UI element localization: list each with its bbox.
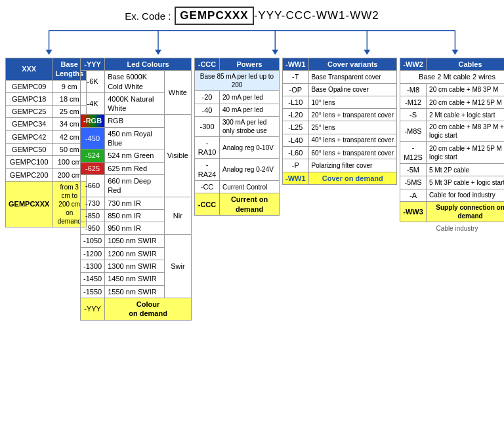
table-row: -OPBase Opaline cover xyxy=(283,83,397,96)
yyy-desc: 1300 nm SWIR xyxy=(105,260,165,273)
ccc-desc: 300 mA per led only strobe use xyxy=(220,116,280,136)
table-row: -L4040° lens + transparent cover xyxy=(283,134,397,146)
table-row: -10501050 nm SWIRSwir xyxy=(81,235,192,247)
ccc-desc: 20 mA per led xyxy=(220,91,280,104)
ccc-note: Base 85 mA per led up to 200 xyxy=(195,71,280,91)
xxx-last-code: GEMPCXXX xyxy=(6,181,52,227)
ww1-desc: Base Opaline cover xyxy=(308,83,396,96)
yyy-group: White xyxy=(164,71,191,115)
ww1-desc: 25° lens xyxy=(308,121,396,134)
table-row: GEMPC1818 cm xyxy=(6,92,87,105)
table-row: -YYYColouron demand xyxy=(81,298,192,320)
connector-area xyxy=(5,30,499,56)
ccc-code: -RA24 xyxy=(195,159,220,181)
xxx-code: GEMPC42 xyxy=(6,130,52,143)
ww2-desc: 2 Mt cable + logic start xyxy=(427,109,504,121)
yyy-desc: 1050 nm SWIR xyxy=(105,235,165,247)
table-row: -6KBase 6000K Cold WhiteWhite xyxy=(81,71,192,93)
table-row: -M820 cm cable + M8 3P M xyxy=(400,83,505,96)
ccc-col1-header: -CCC xyxy=(195,58,220,71)
table-row: -2020 mA per led xyxy=(195,91,280,104)
ccc-desc: Current Control xyxy=(220,181,280,193)
xxx-section: XXX Base Lengths GEMPC099 cmGEMPC1818 cm… xyxy=(5,58,77,227)
table-row: -WW3Supply connection on demand xyxy=(400,201,505,222)
ww1-code: -L10 xyxy=(283,96,309,108)
table-row: -WW1Cover on demand xyxy=(283,172,397,184)
ww2-base: Base 2 Mt cable 2 wires xyxy=(400,71,505,83)
table-row: GEMPC4242 cm xyxy=(6,130,87,143)
yyy-code: -1300 xyxy=(81,260,105,273)
table-row: -L2020° lens + transparent cover xyxy=(283,109,397,121)
yyy-code: -730 xyxy=(81,197,105,209)
table-row: -L6060° lens + transparent cover xyxy=(283,147,397,159)
yyy-code: -1200 xyxy=(81,247,105,260)
table-row: -ACable for food industry xyxy=(400,189,505,201)
yyy-code: -1050 xyxy=(81,235,105,247)
ccc-table: -CCC Powers Base 85 mA per led up to 200… xyxy=(194,58,280,216)
yyy-code: -524 xyxy=(81,149,105,162)
cable-industry-note: Cable industry xyxy=(400,225,504,232)
yyy-group: Visible xyxy=(164,115,191,197)
table-row: -RA10Analog reg 0-10V xyxy=(195,136,280,159)
table-row: -RGBRGBVisible xyxy=(81,115,192,127)
yyy-desc: 625 nm Red xyxy=(105,162,165,174)
ww2-code: -S xyxy=(400,109,427,121)
yyy-section: -YYY Led Colours -6KBase 6000K Cold Whit… xyxy=(80,58,192,321)
table-row: -M1220 cm cable + M12 5P M xyxy=(400,96,505,108)
table-row: GEMPC2525 cm xyxy=(6,106,87,118)
ww1-desc: 60° lens + transparent cover xyxy=(308,147,396,159)
yyy-code: -RGB xyxy=(81,115,105,127)
xxx-col1-header: XXX xyxy=(6,58,52,81)
yyy-code: -6K xyxy=(81,71,105,93)
ww2-code: -M12S xyxy=(400,142,427,164)
ex-code-label: Ex. Code : xyxy=(125,10,171,22)
ww2-table: -WW2 Cables Base 2 Mt cable 2 wires-M820… xyxy=(400,58,504,222)
table-row: -CCCCurrent on demand xyxy=(195,193,280,216)
ww1-table: -WW1 Cover variants -TBase Transparent c… xyxy=(282,58,397,185)
ww2-desc: 20 cm cable + M12 5P M + logic start xyxy=(427,142,504,164)
ww1-desc: 40° lens + transparent cover xyxy=(308,134,396,146)
ww2-desc: Cable for food industry xyxy=(427,189,504,201)
ww1-code: -L20 xyxy=(283,109,309,121)
ww2-last-desc: Supply connection on demand xyxy=(427,201,504,222)
yyy-code: -1550 xyxy=(81,285,105,298)
ww2-desc: 20 cm cable + M8 3P M + logic start xyxy=(427,121,504,142)
ccc-desc: 40 mA per led xyxy=(220,104,280,116)
ccc-code: -CC xyxy=(195,181,220,193)
yyy-desc: 1450 nm SWIR xyxy=(105,273,165,285)
table-row: GEMPC100100 cm xyxy=(6,156,87,168)
yyy-last-desc: Colouron demand xyxy=(105,298,192,320)
yyy-last-code: -YYY xyxy=(81,298,105,320)
ww1-code: -L60 xyxy=(283,147,309,159)
xxx-code: GEMPC18 xyxy=(6,92,52,105)
yyy-desc: 450 nm Royal Blue xyxy=(105,127,165,149)
connector-svg xyxy=(5,30,499,56)
ww1-desc: Base Transparent cover xyxy=(308,71,396,83)
xxx-code: GEMPC200 xyxy=(6,168,52,181)
ccc-code: -40 xyxy=(195,104,220,116)
code-header: Ex. Code : GEMPCXXX -YYY-CCC-WW1-WW2 xyxy=(5,7,499,25)
table-row: -4040 mA per led xyxy=(195,104,280,116)
table-row: -RA24Analog reg 0-24V xyxy=(195,159,280,181)
ww2-desc: 5 Mt 3P cable + logic start xyxy=(427,176,504,189)
table-row: -L1010° lens xyxy=(283,96,397,108)
ww1-last-code: -WW1 xyxy=(283,172,309,184)
yyy-group: Swir xyxy=(164,235,191,298)
yyy-table: -YYY Led Colours -6KBase 6000K Cold Whit… xyxy=(80,58,192,321)
yyy-desc: 660 nm Deep Red xyxy=(105,174,165,197)
svg-marker-3 xyxy=(155,50,161,55)
yyy-code: -660 xyxy=(81,174,105,197)
ww1-desc: 10° lens xyxy=(308,96,396,108)
table-row: -M12S20 cm cable + M12 5P M + logic star… xyxy=(400,142,505,164)
table-row: -CCCurrent Control xyxy=(195,181,280,193)
table-row: -730730 nm IRNir xyxy=(81,197,192,209)
ww2-last-code: -WW3 xyxy=(400,201,427,222)
table-row: GEMPC200200 cm xyxy=(6,168,87,181)
xxx-code: GEMPC50 xyxy=(6,144,52,156)
ww2-desc: 20 cm cable + M8 3P M xyxy=(427,83,504,96)
yyy-desc: 730 nm IR xyxy=(105,197,165,209)
code-bold: GEMPCXXX xyxy=(175,7,253,25)
yyy-group: Nir xyxy=(164,197,191,235)
yyy-desc: 1200 nm SWIR xyxy=(105,247,165,260)
ww2-desc: 5 Mt 2P cable xyxy=(427,164,504,176)
